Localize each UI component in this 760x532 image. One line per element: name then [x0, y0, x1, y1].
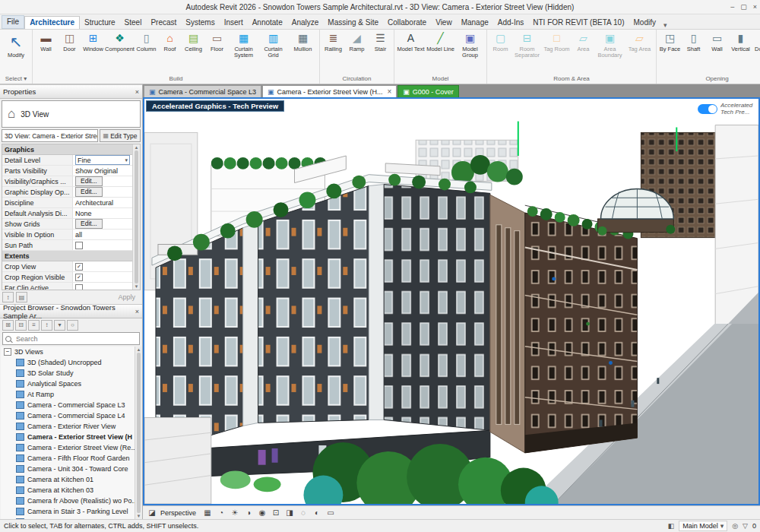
tree-item-camera-fifth-floor-roof-garden[interactable]: Camera - Fifth Floor Roof Garden — [1, 453, 135, 464]
door-button[interactable]: ◫Door — [58, 30, 81, 52]
tree-item-at-ramp[interactable]: At Ramp — [1, 389, 135, 400]
parts-visibility-value[interactable]: Show Original — [73, 166, 132, 176]
model-line-button[interactable]: ╱Model Line — [426, 30, 455, 52]
dormer-button[interactable]: ⌂Dormer — [752, 30, 760, 52]
tree-item-camera-exterior-street-view-re[interactable]: Camera - Exterior Street View (Re... — [1, 442, 135, 453]
tree-item-camera-at-kitchen-03[interactable]: Camera at Kitchen 03 — [1, 485, 135, 496]
tree-item-camera-commercial-space-l3[interactable]: Camera - Commercial Space L3 — [1, 400, 135, 410]
mullion-button[interactable]: ▦Mullion — [288, 30, 318, 52]
vertical-button[interactable]: ▮Vertical — [729, 30, 752, 52]
reveal-hidden-icon[interactable]: ◐ — [311, 507, 323, 518]
editable-only-icon[interactable]: ◎ — [732, 522, 738, 530]
ribbon-tab-structure[interactable]: Structure — [80, 17, 120, 29]
far-clip-active-value[interactable] — [73, 283, 132, 290]
properties-toggle-icon[interactable]: ▤ — [16, 292, 27, 302]
tree-item-3d-solar-study[interactable]: 3D Solar Study — [1, 368, 135, 378]
discipline-value[interactable]: Architectural — [73, 198, 132, 207]
ribbon-tab-collaborate[interactable]: Collaborate — [383, 17, 431, 29]
tree-item-camera-at-kitchen-01[interactable]: Camera at Kitchen 01 — [1, 474, 135, 485]
tree-item-3d-views[interactable]: −3D Views — [1, 347, 135, 357]
detail-level-value[interactable]: Fine▾ — [73, 155, 132, 165]
ribbon-tab-precast[interactable]: Precast — [146, 17, 181, 29]
component-button[interactable]: ❖Component — [105, 30, 135, 52]
rendering-icon[interactable]: ◉ — [256, 507, 268, 518]
scroll-down-icon[interactable]: ▼ — [137, 514, 141, 518]
floor-button[interactable]: ▭Floor — [205, 30, 229, 52]
scroll-thumb[interactable] — [137, 353, 141, 513]
detail-level-dropdown[interactable]: Fine▾ — [75, 155, 130, 165]
model-text-button[interactable]: AModel Text — [396, 30, 426, 52]
expander-icon[interactable]: − — [4, 348, 11, 356]
checkbox-crop-view[interactable]: ✓ — [75, 263, 83, 271]
checkbox-sun-path[interactable] — [75, 242, 83, 249]
window-button[interactable]: ⊞Window — [81, 30, 105, 52]
visual-style-icon[interactable]: ▦ — [201, 507, 214, 518]
wall-button[interactable]: ▭Wall — [705, 30, 729, 52]
locked-orientation-icon[interactable]: ▭ — [325, 507, 337, 518]
edit-type-button[interactable]: ▦ Edit Type — [100, 129, 141, 142]
visible-in-option-value[interactable]: all — [73, 230, 132, 239]
type-selector[interactable]: ⌂ 3D View — [2, 100, 141, 128]
visibility-graphics-value[interactable]: Edit... — [73, 176, 132, 186]
minimize-icon[interactable]: – — [730, 3, 734, 11]
ribbon-tab-annotate[interactable]: Annotate — [248, 17, 287, 29]
search-box[interactable] — [2, 332, 140, 345]
shadows-icon[interactable]: ◑ — [242, 507, 255, 518]
tree-item-camera-unit-304-toward-core[interactable]: Camera - Unit 304 - Toward Core — [1, 464, 135, 474]
detail-level-icon[interactable]: ◔ — [215, 507, 227, 518]
checkbox-crop-region-visible[interactable]: ✓ — [75, 274, 83, 281]
ribbon-tab-steel[interactable]: Steel — [120, 17, 147, 29]
sun-path-value[interactable] — [73, 240, 132, 250]
search-input[interactable] — [14, 334, 137, 344]
view-tab-camera-exterior-street-view-h[interactable]: ▣Camera - Exterior Street View (H...× — [262, 85, 397, 97]
scroll-thumb[interactable] — [135, 150, 138, 283]
ribbon-tab-architecture[interactable]: Architecture — [24, 16, 80, 29]
column-button[interactable]: ▯Column — [135, 30, 158, 52]
perspective-control[interactable]: ◪ Perspective — [146, 507, 196, 518]
curtain-grid-button[interactable]: ▥Curtain Grid — [258, 30, 288, 59]
apply-button[interactable]: Apply — [113, 293, 140, 301]
browser-scrollbar[interactable]: ▲ ▼ — [135, 347, 142, 519]
ribbon-tab-add-ins[interactable]: Add-Ins — [493, 17, 528, 29]
browser-filter-icon[interactable]: ▾ — [54, 320, 65, 331]
close-icon[interactable]: × — [753, 3, 757, 11]
expand-all-icon[interactable]: ⊞ — [2, 320, 14, 331]
graphic-display-op-edit-button[interactable]: Edit... — [75, 187, 103, 197]
scroll-down-icon[interactable]: ▼ — [135, 284, 139, 289]
tree-item-camera-exterior-river-view[interactable]: Camera - Exterior River View — [1, 421, 135, 432]
tree-item-3d-shaded-uncropped[interactable]: 3D (Shaded) Uncropped — [1, 357, 135, 368]
crop-view-icon[interactable]: ⊡ — [270, 507, 282, 518]
view-tab-camera-commercial-space-l3[interactable]: ▣Camera - Commercial Space L3 — [144, 85, 261, 97]
ribbon-tab-manage[interactable]: Manage — [457, 17, 493, 29]
worksets-icon[interactable]: ◧ — [668, 522, 675, 530]
by-face-button[interactable]: ◳By Face — [658, 30, 682, 52]
properties-scrollbar[interactable]: ▲ ▼ — [132, 144, 140, 290]
list-view-icon[interactable]: ≡ — [28, 320, 40, 331]
crop-region-icon[interactable]: ◨ — [283, 507, 296, 518]
graphic-display-op-value[interactable]: Edit... — [73, 187, 132, 197]
panel-options-icon[interactable]: ▾ — [663, 21, 667, 29]
ribbon-tab-systems[interactable]: Systems — [181, 17, 219, 29]
sun-path-icon[interactable]: ☀ — [229, 507, 241, 518]
view-combo[interactable]: 3D View: Camera - Exterior Street ▾ — [2, 129, 98, 142]
railing-button[interactable]: ≣Railing — [321, 30, 345, 52]
ceiling-button[interactable]: ▤Ceiling — [182, 30, 205, 52]
sort-icon[interactable]: ↕ — [41, 320, 52, 331]
checkbox-far-clip-active[interactable] — [75, 284, 83, 290]
project-browser-close-icon[interactable]: × — [135, 308, 139, 315]
browser-settings-icon[interactable]: ○ — [67, 320, 78, 331]
stair-button[interactable]: ☰Stair — [369, 30, 392, 52]
scroll-up-icon[interactable]: ▲ — [137, 347, 141, 352]
visibility-graphics-edit-button[interactable]: Edit... — [75, 176, 103, 186]
ramp-button[interactable]: ◢Ramp — [345, 30, 369, 52]
temporary-hide-icon[interactable]: ◌ — [297, 507, 309, 518]
shaft-button[interactable]: ▯Shaft — [682, 30, 705, 52]
tree-item-camera-commercial-space-l4[interactable]: Camera - Commercial Space L4 — [1, 410, 135, 421]
3d-scene[interactable] — [144, 99, 758, 504]
ribbon-tab-file[interactable]: File — [2, 15, 24, 29]
collapse-all-icon[interactable]: ⊟ — [15, 320, 27, 331]
wall-button[interactable]: ▬Wall — [34, 30, 58, 52]
crop-region-visible-value[interactable]: ✓ — [73, 272, 132, 282]
ribbon-tab-massing-site[interactable]: Massing & Site — [323, 17, 383, 29]
scroll-up-icon[interactable]: ▲ — [135, 145, 139, 150]
